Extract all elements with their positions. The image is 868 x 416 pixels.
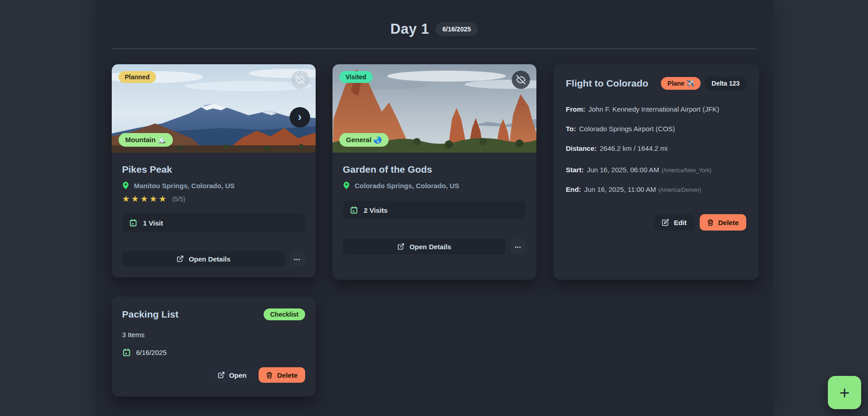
open-checklist-button[interactable]: Open (210, 367, 254, 383)
flight-actions: Edit Delete (566, 214, 746, 231)
add-item-button[interactable]: + (828, 376, 861, 409)
garden-body: Garden of the Gods Colorado Springs, Col… (333, 153, 536, 265)
page-title: Day 1 (390, 21, 429, 37)
visits-section[interactable]: 2 Visits (343, 201, 526, 219)
hide-image-button[interactable] (291, 71, 309, 89)
open-details-label: Open Details (410, 243, 452, 251)
calendar-icon (350, 206, 358, 214)
distance-value: 2646.2 km / 1644.2 mi (600, 144, 667, 152)
transport-mode-badge: Plane ✈️ (661, 77, 701, 90)
place-title: Pikes Peak (122, 164, 305, 175)
flight-distance-row: Distance:2646.2 km / 1644.2 mi (566, 144, 746, 152)
cards-grid: Planned › Mountain 🏔️ Pikes Peak (96, 49, 773, 396)
open-details-button[interactable]: Open Details (343, 239, 506, 254)
place-card-garden-of-the-gods: Visited General 🌏 Garden of the Gods (333, 64, 536, 280)
ellipsis-icon: ••• (515, 244, 521, 250)
column-2: Visited General 🌏 Garden of the Gods (333, 64, 536, 280)
category-badge: General 🌏 (339, 133, 389, 147)
open-label: Open (229, 371, 246, 379)
day-page: Day 1 6/16/2025 (96, 0, 773, 416)
edit-label: Edit (674, 219, 686, 226)
packing-title-row: Packing List Checklist (122, 308, 305, 320)
delete-label: Delete (277, 371, 297, 379)
visits-count: 1 Visit (143, 219, 163, 227)
flight-number-badge: Delta 123 (705, 77, 746, 90)
flight-title: Flight to Colorado (566, 78, 649, 89)
open-details-button[interactable]: Open Details (122, 251, 285, 267)
location-text: Colorado Springs, Colorado, US (355, 182, 459, 190)
packing-actions: Open Delete (122, 367, 305, 383)
external-link-icon (177, 255, 184, 262)
pikes-peak-body: Pikes Peak Manitou Springs, Colorado, US… (112, 153, 316, 277)
location-text: Manitou Springs, Colorado, US (134, 182, 235, 190)
place-title: Garden of the Gods (343, 164, 526, 175)
card-actions: Open Details ••• (343, 239, 526, 254)
place-card-pikes-peak: Planned › Mountain 🏔️ Pikes Peak (112, 64, 316, 277)
flight-title-row: Flight to Colorado Plane ✈️ Delta 123 (566, 77, 746, 90)
delete-flight-button[interactable]: Delete (700, 214, 746, 231)
flight-end-row: End:Jun 16, 2025, 11:00 AM(America/Denve… (566, 185, 746, 193)
location-row: Manitou Springs, Colorado, US (122, 181, 305, 190)
card-actions: Open Details ••• (122, 251, 305, 267)
garden-photo: Visited General 🌏 (333, 64, 536, 153)
more-options-button[interactable]: ••• (510, 239, 526, 254)
column-3: Flight to Colorado Plane ✈️ Delta 123 Fr… (553, 64, 757, 280)
visits-count: 2 Visits (364, 206, 388, 214)
ellipsis-icon: ••• (294, 257, 301, 262)
category-badge: Mountain 🏔️ (119, 133, 173, 147)
external-link-icon (218, 371, 225, 379)
from-value: John F. Kennedy International Airport (J… (588, 105, 719, 113)
to-label: To: (566, 125, 576, 133)
end-value: Jun 16, 2025, 11:00 AM (584, 185, 656, 193)
flight-from-row: From:John F. Kennedy International Airpo… (566, 105, 746, 113)
chevron-right-icon: › (298, 111, 302, 123)
flight-to-row: To:Colorado Springs Airport (COS) (566, 125, 746, 133)
date-badge: 6/16/2025 (436, 22, 478, 36)
location-row: Colorado Springs, Colorado, US (343, 181, 526, 190)
edit-flight-button[interactable]: Edit (654, 214, 694, 231)
start-timezone: (America/New_York) (661, 167, 712, 174)
status-badge: Visited (339, 71, 373, 83)
transport-card-flight: Flight to Colorado Plane ✈️ Delta 123 Fr… (553, 64, 759, 280)
from-label: From: (566, 105, 586, 113)
start-label: Start: (566, 166, 584, 174)
checklist-title: Packing List (122, 309, 179, 320)
checklist-date-row: 6/16/2025 (122, 348, 305, 357)
column-1: Planned › Mountain 🏔️ Pikes Peak (112, 64, 316, 396)
trash-icon (266, 372, 273, 379)
more-options-button[interactable]: ••• (290, 251, 305, 267)
checklist-card-packing-list: Packing List Checklist 3 Items 6/16/2025 (112, 297, 316, 396)
delete-checklist-button[interactable]: Delete (259, 367, 305, 383)
edit-pencil-icon (662, 219, 669, 226)
star-rating-icon: ★★★★★ (122, 194, 168, 204)
trash-icon (707, 219, 714, 226)
calendar-icon (129, 219, 137, 227)
distance-label: Distance: (566, 144, 597, 152)
delete-label: Delete (718, 219, 738, 226)
end-label: End: (566, 185, 581, 193)
rating-value: (5/5) (172, 195, 186, 203)
pikes-peak-photo: Planned › Mountain 🏔️ (112, 64, 316, 153)
items-count: 3 Items (122, 331, 305, 339)
eye-off-icon (516, 75, 525, 84)
location-pin-icon (343, 181, 350, 190)
rating-row: ★★★★★ (5/5) (122, 194, 305, 204)
checklist-type-badge: Checklist (264, 308, 305, 320)
visits-section[interactable]: 1 Visit (122, 214, 305, 232)
external-link-icon (397, 243, 405, 250)
day-header: Day 1 6/16/2025 (96, 0, 773, 37)
hide-image-button[interactable] (512, 71, 530, 89)
open-details-label: Open Details (189, 255, 231, 263)
flight-start-row: Start:Jun 16, 2025, 06:00 AM(America/New… (566, 166, 746, 174)
end-timezone: (America/Denver) (658, 187, 701, 193)
calendar-icon (122, 348, 131, 357)
start-value: Jun 16, 2025, 06:00 AM (587, 166, 659, 174)
plus-icon: + (839, 384, 849, 401)
status-badge: Planned (119, 71, 156, 83)
flight-badges: Plane ✈️ Delta 123 (661, 77, 746, 90)
to-value: Colorado Springs Airport (COS) (579, 125, 675, 133)
next-image-button[interactable]: › (290, 107, 310, 128)
location-pin-icon (122, 181, 129, 190)
eye-off-icon (296, 75, 305, 84)
checklist-date: 6/16/2025 (136, 349, 167, 356)
